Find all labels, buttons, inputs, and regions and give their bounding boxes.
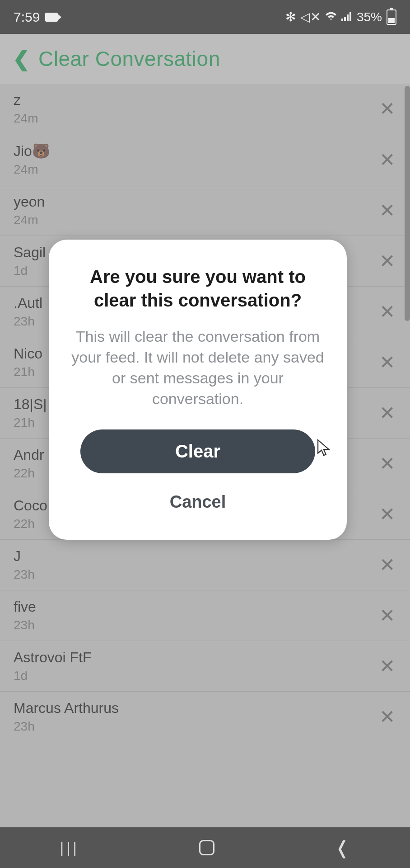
clear-conversation-x-icon[interactable]: ✕ [377,252,396,271]
conversation-row[interactable]: Marcus Arthurus23h✕ [0,692,410,742]
conversation-info: Coco22h [14,497,47,531]
signal-icon [341,10,352,24]
conversation-time: 23h [14,314,42,329]
conversation-row[interactable]: yeon24m✕ [0,185,410,236]
clear-conversation-x-icon[interactable]: ✕ [377,556,396,575]
clear-conversation-x-icon[interactable]: ✕ [377,454,396,473]
conversation-name: Marcus Arthurus [14,700,119,717]
conversation-time: 21h [14,415,47,430]
svg-rect-2 [347,14,349,21]
conversation-row[interactable]: five23h✕ [0,590,410,641]
status-right: ✻ ◁✕ 35% [285,9,396,25]
battery-percent: 35% [357,10,382,24]
conversation-info: Jio🐻24m [14,142,50,177]
conversation-time: 24m [14,111,38,126]
conversation-name: five [14,599,36,615]
conversation-info: Nico21h [14,345,42,379]
nav-recent-button[interactable]: ||| [60,840,79,856]
dialog-body: This will clear the conversation from yo… [67,326,329,410]
conversation-info: Andr22h [14,447,44,481]
conversation-time: 24m [14,162,50,177]
mute-vibrate-icon: ◁✕ [300,9,321,24]
conversation-info: z24m [14,92,38,126]
conversation-time: 23h [14,618,36,632]
bluetooth-icon: ✻ [285,9,296,24]
conversation-info: yeon24m [14,193,45,227]
conversation-name: .Autl [14,295,42,311]
clear-conversation-x-icon[interactable]: ✕ [377,150,396,169]
nav-back-button[interactable]: ❬ [335,837,350,858]
conversation-name: 18|S| [14,396,47,413]
clear-conversation-x-icon[interactable]: ✕ [377,201,396,220]
svg-rect-1 [344,17,346,21]
conversation-name: Sagil [14,244,46,261]
clear-confirmation-dialog: Are you sure you want to clear this conv… [49,240,347,540]
conversation-info: 18|S|21h [14,396,47,430]
conversation-name: Coco [14,497,47,514]
conversation-info: Sagil1d [14,244,46,278]
clear-conversation-x-icon[interactable]: ✕ [377,505,396,524]
clear-conversation-x-icon[interactable]: ✕ [377,353,396,372]
dialog-title: Are you sure you want to clear this conv… [67,265,329,312]
conversation-time: 22h [14,517,47,531]
conversation-time: 23h [14,567,35,582]
conversation-time: 1d [14,264,46,278]
battery-icon [387,9,396,25]
svg-rect-0 [341,19,343,21]
conversation-row[interactable]: Astrovoi FtF1d✕ [0,641,410,692]
conversation-name: yeon [14,193,45,210]
cancel-button[interactable]: Cancel [67,486,329,518]
clear-conversation-x-icon[interactable]: ✕ [377,404,396,423]
conversation-info: .Autl23h [14,295,42,329]
conversation-name: Andr [14,447,44,463]
wifi-icon [325,10,337,24]
nav-home-button[interactable] [199,840,214,855]
status-time: 7:59 [14,9,40,25]
status-bar: 7:59 ✻ ◁✕ 35% [0,0,410,34]
scrollbar-thumb[interactable] [405,86,410,321]
back-button[interactable]: ❮ [13,47,30,71]
clear-conversation-x-icon[interactable]: ✕ [377,302,396,321]
conversation-info: Marcus Arthurus23h [14,700,119,734]
conversation-row[interactable]: J23h✕ [0,540,410,590]
clear-conversation-x-icon[interactable]: ✕ [377,99,396,118]
camera-icon [45,13,58,22]
conversation-name: z [14,92,38,108]
page-title: Clear Conversation [38,47,220,71]
clear-conversation-x-icon[interactable]: ✕ [377,606,396,625]
conversation-row[interactable]: z24m✕ [0,84,410,134]
clear-conversation-x-icon[interactable]: ✕ [377,708,396,726]
conversation-time: 22h [14,466,44,481]
svg-rect-3 [349,12,351,21]
conversation-time: 21h [14,365,42,379]
conversation-name: Nico [14,345,42,362]
conversation-info: Astrovoi FtF1d [14,649,91,683]
system-nav-bar: ||| ❬ [0,827,410,868]
conversation-name: Jio🐻 [14,142,50,160]
conversation-time: 24m [14,213,45,227]
conversation-time: 23h [14,719,119,734]
conversation-name: Astrovoi FtF [14,649,91,666]
conversation-info: J23h [14,548,35,582]
conversation-info: five23h [14,599,36,632]
clear-button[interactable]: Clear [80,429,315,473]
conversation-name: J [14,548,35,565]
clear-conversation-x-icon[interactable]: ✕ [377,657,396,676]
app-header: ❮ Clear Conversation [0,34,410,84]
conversation-time: 1d [14,669,91,683]
status-left: 7:59 [14,9,58,25]
conversation-row[interactable]: Jio🐻24m✕ [0,134,410,185]
